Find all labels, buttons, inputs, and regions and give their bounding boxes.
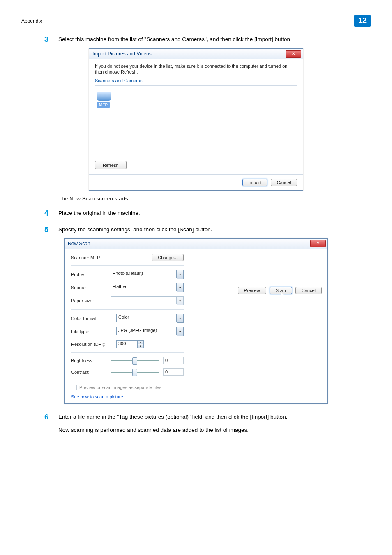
filetype-label: File type: (71, 329, 111, 334)
brightness-label: Brightness: (71, 358, 111, 363)
filetype-select[interactable]: JPG (JPEG Image) ▾ (116, 327, 184, 336)
import-button[interactable]: Import (242, 179, 267, 186)
chevron-up-icon[interactable]: ▴ (138, 341, 143, 344)
import-dialog: Import Pictures and Videos If you do not… (89, 48, 303, 191)
chevron-down-icon[interactable]: ▾ (177, 327, 184, 336)
separate-files-label: Preview or scan images as separate files (79, 385, 161, 390)
profile-label: Profile: (71, 272, 111, 277)
change-button[interactable]: Change... (152, 254, 184, 261)
device-item-mfp[interactable]: MFP (97, 102, 110, 108)
source-value: Flatbed (111, 283, 177, 291)
scan-button[interactable]: Scan (270, 287, 292, 294)
contrast-slider[interactable] (111, 368, 159, 376)
step-number-5: 5 (44, 226, 58, 235)
step-text-5: Specify the scanning settings, and then … (58, 226, 371, 235)
step-number-6: 6 (44, 413, 58, 422)
step-text-4: Place the original in the machine. (58, 209, 371, 218)
source-label: Source: (71, 285, 111, 290)
step6-note: Now scanning is performed and scanned da… (21, 427, 371, 433)
new-scan-dialog: New Scan Scanner: MFP Change... Profile: (64, 238, 328, 404)
resolution-value[interactable]: 300 (116, 340, 138, 348)
scanner-device-icon (97, 92, 111, 101)
brightness-slider[interactable] (111, 357, 159, 364)
profile-value: Photo (Default) (111, 270, 177, 278)
colorformat-value: Color (116, 314, 177, 322)
source-select[interactable]: Flatbed ▾ (111, 283, 184, 292)
cancel-button[interactable]: Cancel (271, 179, 297, 186)
profile-select[interactable]: Photo (Default) ▾ (111, 270, 184, 279)
colorformat-label: Color format: (71, 316, 111, 321)
section-title: Appendix (21, 18, 42, 24)
dialog2-title: New Scan (68, 241, 90, 246)
scanners-group-label: Scanners and Cameras (95, 78, 297, 83)
resolution-stepper[interactable]: 300 ▴▾ (116, 340, 184, 348)
contrast-value[interactable]: 0 (163, 368, 184, 376)
chevron-down-icon[interactable]: ▾ (138, 344, 143, 348)
dialog1-title: Import Pictures and Videos (92, 51, 152, 57)
step-number-3: 3 (44, 35, 58, 44)
resolution-label: Resolution (DPI): (71, 342, 111, 347)
chevron-down-icon[interactable]: ▾ (177, 283, 184, 292)
close-icon[interactable] (286, 50, 301, 58)
papersize-select: ▾ (111, 296, 184, 305)
brightness-value[interactable]: 0 (163, 357, 184, 364)
refresh-button[interactable]: Refresh (95, 161, 127, 169)
contrast-label: Contrast: (71, 370, 111, 375)
step-text-6: Enter a file name in the "Tag these pict… (58, 413, 371, 422)
chevron-down-icon[interactable]: ▾ (177, 270, 184, 279)
papersize-value (111, 296, 177, 304)
chevron-down-icon: ▾ (177, 296, 184, 305)
close-icon[interactable] (310, 240, 326, 247)
separate-files-checkbox (71, 385, 77, 390)
chevron-down-icon[interactable]: ▾ (177, 314, 184, 323)
cancel-button[interactable]: Cancel (295, 287, 322, 294)
step-number-4: 4 (44, 209, 58, 218)
step3-note: The New Scan screen starts. (21, 196, 371, 202)
preview-button[interactable]: Preview (238, 287, 266, 294)
colorformat-select[interactable]: Color ▾ (116, 314, 184, 323)
step-text-3: Select this machine from the list of "Sc… (58, 35, 371, 44)
help-link[interactable]: See how to scan a picture (71, 394, 123, 399)
chapter-badge: 12 (354, 15, 371, 27)
papersize-label: Paper size: (71, 298, 111, 303)
device-list[interactable]: MFP (95, 90, 297, 157)
dialog1-description: If you do not see your device in the lis… (95, 63, 297, 75)
filetype-value: JPG (JPEG Image) (116, 327, 177, 335)
scanner-label: Scanner: MFP (71, 255, 107, 260)
